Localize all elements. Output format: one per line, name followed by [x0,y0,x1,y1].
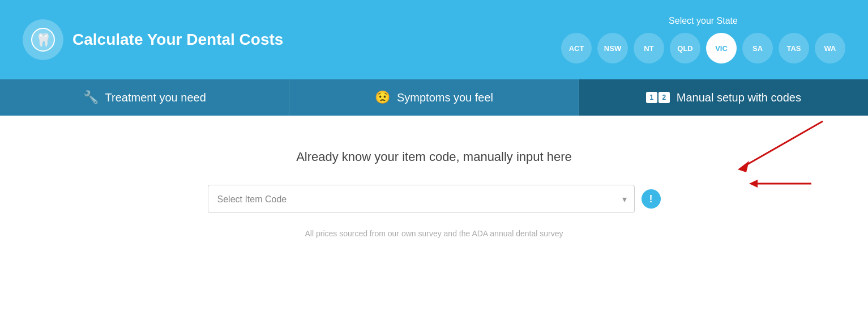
nav-tab-treatment[interactable]: 🔧Treatment you need [0,79,289,116]
svg-marker-3 [738,161,749,172]
arrow-svg [642,116,868,229]
logo-circle: 🦷 [23,19,63,60]
item-code-select[interactable]: Select Item Code [208,185,635,213]
svg-marker-5 [749,180,758,188]
site-title: Calculate Your Dental Costs [72,31,283,49]
state-selector: Select your State ACTNSWNTQLDVICSATASWA [561,16,845,63]
nav-tab-manual[interactable]: 12Manual setup with codes [579,79,868,116]
numbers-icon: 12 [646,92,670,103]
nav-tabs: 🔧Treatment you need😟Symptoms you feel12M… [0,79,868,116]
state-btn-sa[interactable]: SA [742,33,773,63]
arrow-annotation [642,116,868,229]
info-button[interactable]: ! [642,189,661,209]
tab-label: Manual setup with codes [677,91,801,104]
state-btn-vic[interactable]: VIC [706,33,737,63]
nav-tab-symptoms[interactable]: 😟Symptoms you feel [289,79,579,116]
tab-label: Treatment you need [105,91,206,104]
page-header: 🦷 Calculate Your Dental Costs Select you… [0,0,868,79]
state-btn-act[interactable]: ACT [561,33,592,63]
state-btn-nsw[interactable]: NSW [597,33,628,63]
select-row: Select Item Code ▾ ! [208,185,661,213]
main-content: Already know your item code, manually in… [0,116,868,297]
state-selector-label: Select your State [669,16,738,26]
tooth-icon: 🦷 [31,27,55,52]
svg-text:🦷: 🦷 [36,32,52,48]
state-btn-nt[interactable]: NT [634,33,664,63]
select-wrapper: Select Item Code ▾ [208,185,635,213]
state-btn-wa[interactable]: WA [815,33,845,63]
wrench-icon: 🔧 [83,90,99,105]
tab-label: Symptoms you feel [397,91,493,104]
state-buttons-group: ACTNSWNTQLDVICSATASWA [561,33,845,63]
face-icon: 😟 [375,90,390,105]
logo-area: 🦷 Calculate Your Dental Costs [23,19,283,60]
main-title: Already know your item code, manually in… [296,150,572,164]
state-btn-tas[interactable]: TAS [779,33,809,63]
state-btn-qld[interactable]: QLD [670,33,700,63]
disclaimer-text: All prices sourced from our own survey a… [305,229,563,238]
svg-line-2 [743,121,823,167]
